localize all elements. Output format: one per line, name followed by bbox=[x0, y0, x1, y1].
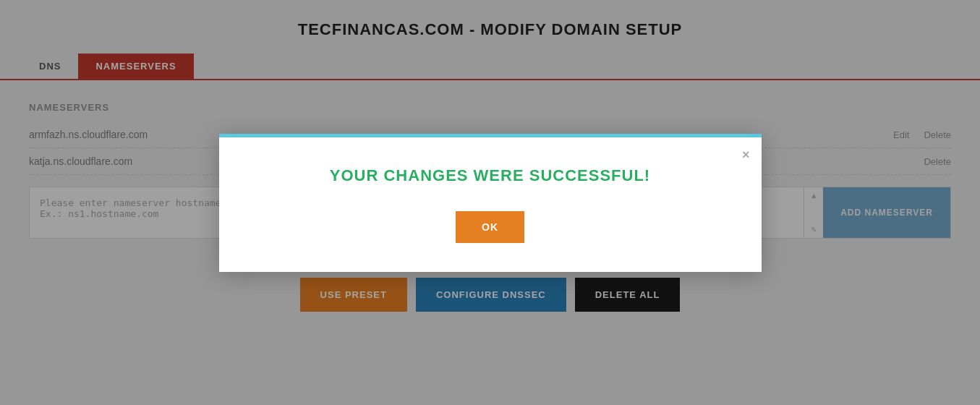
modal-ok-button[interactable]: OK bbox=[456, 211, 524, 243]
modal-close-button[interactable]: × bbox=[742, 148, 750, 163]
modal-overlay: × YOUR CHANGES WERE SUCCESSFUL! OK bbox=[0, 0, 980, 405]
success-modal: × YOUR CHANGES WERE SUCCESSFUL! OK bbox=[219, 134, 762, 272]
modal-title: YOUR CHANGES WERE SUCCESSFUL! bbox=[330, 166, 650, 185]
